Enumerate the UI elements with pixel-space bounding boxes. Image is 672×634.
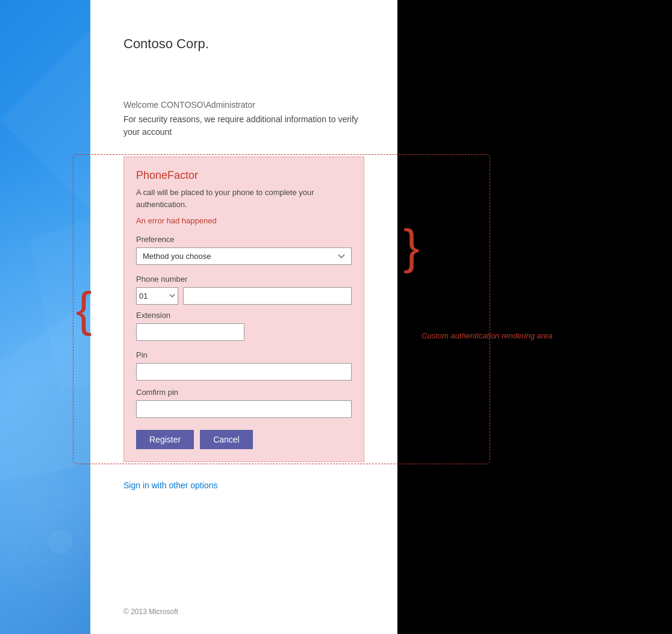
phonefactor-description: A call will be placed to your phone to c…: [136, 187, 352, 210]
annotation-text: Custom authentication rendering area: [422, 331, 553, 340]
phonefactor-title: PhoneFactor: [136, 169, 352, 182]
confirm-pin-section: Comfirm pin: [136, 388, 352, 418]
phone-section: Phone number 01 44 49 Extension: [136, 275, 352, 341]
security-text: For security reasons, we require additio…: [123, 113, 364, 138]
background-left: Contoso Corp. Welcome CONTOSO\Administra…: [0, 0, 397, 634]
phone-label: Phone number: [136, 275, 352, 284]
phone-row: 01 44 49: [136, 287, 352, 305]
svg-point-6: [48, 530, 72, 554]
pin-label: Pin: [136, 350, 352, 359]
phone-input[interactable]: [183, 287, 352, 305]
footer: © 2013 Microsoft: [90, 595, 397, 634]
copyright-text: © 2013 Microsoft: [123, 608, 178, 616]
preference-label: Preference: [136, 235, 352, 244]
extension-label: Extension: [136, 311, 352, 320]
preference-section: Preference Method you choose Phone call …: [136, 235, 352, 265]
pin-section: Pin: [136, 350, 352, 381]
button-row: Register Cancel: [136, 430, 352, 449]
country-code-select[interactable]: 01 44 49: [136, 287, 178, 305]
register-button[interactable]: Register: [136, 430, 194, 449]
sign-in-other-link[interactable]: Sign in with other options: [123, 480, 217, 490]
preference-select[interactable]: Method you choose Phone call Text messag…: [136, 247, 352, 265]
right-brace-icon: }: [403, 223, 420, 271]
cancel-button[interactable]: Cancel: [200, 430, 253, 449]
welcome-text: Welcome CONTOSO\Administrator: [123, 100, 364, 110]
login-card: Contoso Corp. Welcome CONTOSO\Administra…: [90, 0, 397, 634]
left-brace-icon: {: [76, 282, 92, 337]
error-message: An error had happened: [136, 216, 352, 225]
phonefactor-section: { PhoneFactor A call will be placed to y…: [123, 157, 364, 462]
background-right: } Custom authentication rendering area: [397, 0, 672, 634]
company-name: Contoso Corp.: [123, 36, 364, 52]
confirm-pin-input[interactable]: [136, 400, 352, 418]
confirm-pin-label: Comfirm pin: [136, 388, 352, 397]
extension-input[interactable]: [136, 323, 244, 341]
pin-input[interactable]: [136, 363, 352, 381]
card-header: Contoso Corp. Welcome CONTOSO\Administra…: [90, 0, 397, 157]
sign-in-other-section: Sign in with other options: [90, 468, 397, 503]
